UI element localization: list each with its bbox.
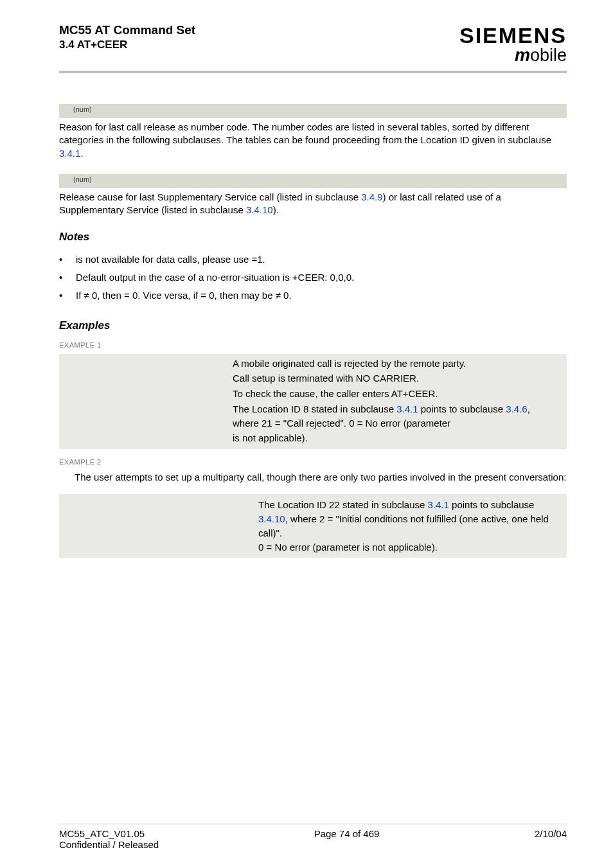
header-divider (59, 71, 567, 73)
brand-logo: SIEMENS mobile (459, 23, 567, 66)
bullet-icon: • (59, 288, 76, 303)
note-item: • Default output in the case of a no-err… (59, 270, 567, 285)
example-row: Call setup is terminated with NO CARRIER… (59, 371, 567, 387)
notes-title: Notes (59, 231, 567, 244)
brand-name: SIEMENS (459, 23, 567, 48)
doc-title: MC55 AT Command Set (59, 23, 195, 37)
example-row: 0 = No error (parameter is not applicabl… (59, 540, 567, 554)
footer-left: MC55_ATC_V01.05 Confidential / Released (59, 828, 159, 850)
example-row: The Location ID 8 stated in subclause 3.… (59, 402, 567, 432)
example-row: To check the cause, the caller enters AT… (59, 387, 567, 402)
note-item: • If ≠ 0, then = 0. Vice versa, if = 0, … (59, 288, 567, 303)
link-3-4-10[interactable]: 3.4.10 (258, 513, 285, 524)
link-3-4-9[interactable]: 3.4.9 (361, 191, 382, 202)
example-row: The Location ID 22 stated in subclause 3… (59, 498, 567, 540)
example1-label: EXAMPLE 1 (59, 341, 567, 349)
page-footer: MC55_ATC_V01.05 Confidential / Released … (59, 824, 567, 850)
link-3-4-1[interactable]: 3.4.1 (396, 403, 418, 414)
example-row: is not applicable). (59, 431, 567, 447)
link-3-4-10[interactable]: 3.4.10 (246, 204, 273, 215)
example-row: A mobile originated call is rejected by … (59, 357, 567, 372)
footer-right: 2/10/04 (535, 828, 567, 850)
example2-box: The Location ID 22 stated in subclause 3… (59, 494, 567, 558)
examples-title: Examples (59, 319, 567, 332)
param-header-ssrelease: (num) (59, 174, 567, 188)
header-left: MC55 AT Command Set 3.4 AT+CEER (59, 23, 195, 51)
param-body-ssrelease: Release cause for last Supplementary Ser… (59, 191, 567, 217)
content-area: (num) Reason for last call release as nu… (59, 104, 567, 558)
footer-center: Page 74 of 469 (314, 828, 380, 850)
brand-tagline: mobile (459, 46, 567, 66)
example1-box: A mobile originated call is rejected by … (59, 354, 567, 450)
param-sup: (num) (73, 175, 92, 183)
link-3-4-1[interactable]: 3.4.1 (59, 148, 80, 159)
bullet-icon: • (59, 252, 76, 267)
link-3-4-6[interactable]: 3.4.6 (506, 403, 527, 414)
example2-label: EXAMPLE 2 (59, 458, 567, 466)
example2-intro: The user attempts to set up a multiparty… (59, 471, 567, 484)
page-header: MC55 AT Command Set 3.4 AT+CEER SIEMENS … (59, 23, 567, 66)
bullet-icon: • (59, 270, 76, 285)
link-3-4-1[interactable]: 3.4.1 (428, 499, 449, 510)
param-header-reason: (num) (59, 104, 567, 118)
param-sup: (num) (73, 105, 92, 113)
note-item: • is not available for data calls, pleas… (59, 252, 567, 267)
page-root: MC55 AT Command Set 3.4 AT+CEER SIEMENS … (0, 0, 613, 868)
param-body-reason: Reason for last call release as number c… (59, 121, 567, 160)
doc-subtitle: 3.4 AT+CEER (59, 39, 195, 51)
